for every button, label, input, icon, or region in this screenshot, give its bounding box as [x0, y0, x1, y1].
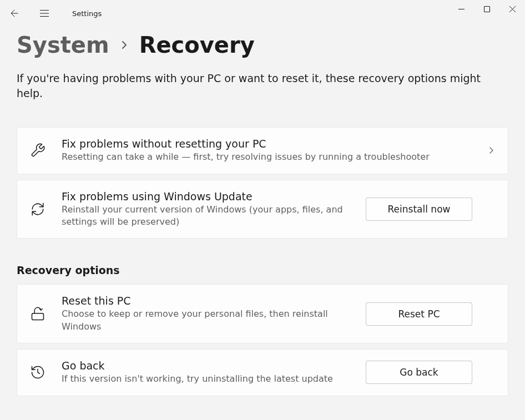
chevron-right-icon [488, 147, 494, 154]
maximize-icon [484, 6, 490, 12]
titlebar: Settings [0, 0, 525, 27]
app-name: Settings [72, 9, 102, 18]
intro-text: If you're having problems with your PC o… [17, 71, 508, 100]
card-action: Reset PC [366, 302, 472, 326]
minimize-icon [458, 6, 465, 12]
back-button[interactable] [3, 2, 26, 24]
card-action: Go back [366, 361, 472, 384]
recovery-cards: Reset this PC Choose to keep or remove y… [17, 284, 508, 396]
window-controls [448, 0, 525, 27]
svg-rect-8 [32, 313, 44, 320]
card-body: Fix problems using Windows Update Reinst… [62, 190, 350, 229]
card-go-back: Go back If this version isn't working, t… [17, 349, 508, 396]
close-icon [509, 6, 516, 12]
maximize-button[interactable] [474, 0, 499, 18]
menu-button[interactable] [33, 2, 55, 24]
svg-rect-5 [484, 6, 489, 12]
card-body: Reset this PC Choose to keep or remove y… [62, 295, 350, 333]
wrench-icon [29, 142, 46, 159]
breadcrumb-current: Recovery [139, 32, 255, 58]
close-button[interactable] [499, 0, 525, 18]
arrow-left-icon [10, 9, 19, 18]
card-fix-problems[interactable]: Fix problems without resetting your PC R… [17, 127, 508, 174]
minimize-button[interactable] [448, 0, 474, 18]
card-reset-pc: Reset this PC Choose to keep or remove y… [17, 284, 508, 343]
breadcrumb-parent[interactable]: System [17, 32, 109, 58]
sync-icon [29, 201, 46, 217]
card-title: Go back [62, 360, 350, 372]
card-title: Fix problems using Windows Update [62, 190, 350, 203]
content: System Recovery If you're having problem… [0, 32, 525, 396]
reset-pc-button[interactable]: Reset PC [366, 302, 472, 326]
card-body: Go back If this version isn't working, t… [62, 360, 350, 385]
go-back-button[interactable]: Go back [366, 361, 472, 384]
card-desc: If this version isn't working, try unins… [62, 373, 350, 385]
section-heading-recovery-options: Recovery options [17, 264, 508, 276]
card-desc: Reinstall your current version of Window… [62, 204, 350, 229]
card-title: Fix problems without resetting your PC [62, 138, 472, 150]
history-icon [29, 364, 46, 381]
reset-pc-icon [29, 306, 46, 322]
top-cards: Fix problems without resetting your PC R… [17, 127, 508, 239]
card-title: Reset this PC [62, 295, 350, 307]
breadcrumb: System Recovery [17, 32, 508, 58]
card-windows-update: Fix problems using Windows Update Reinst… [17, 180, 508, 239]
hamburger-menu-icon [40, 9, 49, 17]
chevron-right-icon [120, 41, 128, 49]
card-action: Reinstall now [366, 198, 472, 221]
titlebar-left: Settings [3, 2, 102, 24]
card-body: Fix problems without resetting your PC R… [62, 138, 472, 163]
card-desc: Resetting can take a while — first, try … [62, 151, 472, 163]
card-desc: Choose to keep or remove your personal f… [62, 308, 350, 333]
reinstall-now-button[interactable]: Reinstall now [366, 198, 472, 221]
